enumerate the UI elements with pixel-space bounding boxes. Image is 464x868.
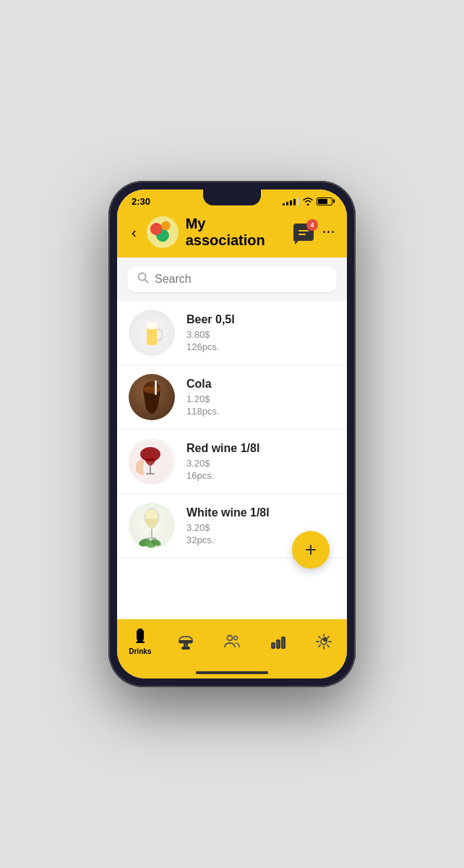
product-stock: 126pcs. [186, 341, 335, 352]
search-icon [137, 272, 149, 286]
product-price: 3.20$ [186, 458, 335, 469]
product-image-beer [129, 310, 175, 356]
product-info: Beer 0,5l 3.80$ 126pcs. [186, 313, 335, 352]
status-icons [283, 197, 332, 205]
nav-item-drinks[interactable]: Drinks [117, 628, 163, 655]
signal-icon [283, 197, 299, 205]
home-bar [196, 671, 268, 674]
product-name: Beer 0,5l [186, 313, 335, 326]
svg-rect-22 [138, 629, 142, 631]
list-item[interactable]: Red wine 1/8l 3.20$ 16pcs. [117, 430, 347, 494]
svg-rect-19 [137, 630, 144, 640]
members-icon [223, 633, 241, 650]
svg-rect-12 [146, 473, 155, 475]
svg-point-7 [143, 386, 160, 393]
fab-container: + [292, 531, 330, 569]
back-button[interactable]: ‹ [129, 223, 139, 242]
header: ‹ My association 4 ··· [117, 210, 347, 258]
svg-rect-30 [282, 637, 285, 648]
food-icon [177, 633, 194, 650]
search-input[interactable] [155, 273, 327, 286]
add-button[interactable]: + [292, 531, 330, 569]
product-name: Red wine 1/8l [186, 442, 335, 455]
more-button[interactable]: ··· [322, 225, 335, 240]
wifi-icon [302, 197, 314, 205]
nav-item-food[interactable] [163, 633, 210, 650]
svg-rect-11 [150, 466, 151, 473]
avatar [147, 216, 179, 248]
bottom-nav: Drinks [117, 619, 347, 668]
svg-rect-29 [277, 640, 280, 648]
product-info: Red wine 1/8l 3.20$ 16pcs. [186, 442, 335, 481]
notification-badge: 4 [306, 219, 318, 231]
svg-point-32 [324, 638, 327, 641]
nav-item-settings[interactable] [301, 633, 347, 650]
home-indicator [117, 668, 347, 678]
product-list: Beer 0,5l 3.80$ 126pcs. C [117, 301, 347, 619]
settings-icon [315, 633, 332, 650]
svg-rect-8 [155, 380, 157, 395]
svg-rect-15 [147, 537, 156, 539]
product-info: Cola 1.20$ 118pcs. [186, 378, 335, 417]
product-stock: 118pcs. [186, 406, 335, 417]
product-price: 3.80$ [186, 329, 335, 340]
product-image-redwine [129, 438, 175, 485]
svg-rect-21 [136, 642, 145, 643]
svg-line-1 [145, 280, 148, 283]
svg-rect-20 [137, 640, 143, 642]
page-title: My association [186, 216, 286, 249]
battery-icon [317, 197, 332, 205]
product-name: Cola [186, 378, 335, 391]
product-image-whitewine [129, 503, 175, 549]
status-time: 2:30 [132, 196, 150, 207]
search-box [127, 266, 337, 292]
product-stock: 16pcs. [186, 470, 335, 481]
drinks-icon [132, 628, 149, 645]
svg-point-26 [227, 636, 232, 641]
search-container [117, 258, 347, 301]
svg-point-4 [150, 336, 151, 337]
svg-rect-3 [147, 322, 157, 329]
svg-rect-14 [151, 529, 152, 537]
list-item[interactable]: Cola 1.20$ 118pcs. [117, 365, 347, 430]
stats-icon [270, 633, 287, 650]
nav-item-members[interactable] [209, 633, 255, 650]
svg-rect-25 [182, 647, 189, 649]
product-name: White wine 1/8l [186, 506, 335, 519]
svg-point-5 [152, 339, 154, 341]
header-actions: 4 ··· [293, 224, 335, 241]
svg-rect-28 [272, 643, 275, 648]
chat-button[interactable]: 4 [293, 224, 314, 241]
list-item[interactable]: Beer 0,5l 3.80$ 126pcs. [117, 301, 347, 365]
product-image-cola [129, 374, 175, 420]
product-price: 1.20$ [186, 393, 335, 404]
svg-point-27 [233, 637, 237, 640]
nav-item-stats[interactable] [255, 633, 301, 650]
nav-label-drinks: Drinks [129, 647, 151, 655]
